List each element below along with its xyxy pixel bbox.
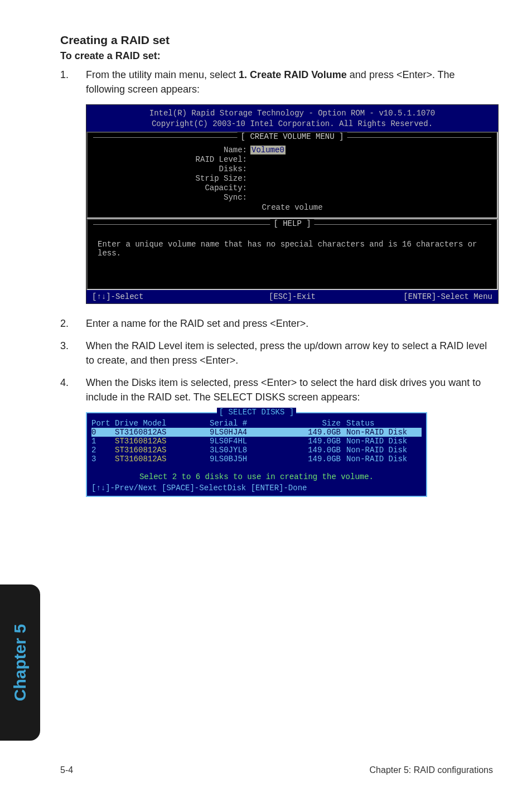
disk-table: Port Drive Model Serial # Size Status 0S… [87, 418, 426, 465]
section-heading: Creating a RAID set [60, 33, 493, 47]
cell-model: ST3160812AS [115, 446, 210, 455]
step-1: 1. From the utility main menu, select 1.… [60, 67, 493, 96]
field-capacity-label: Capacity: [94, 183, 250, 192]
table-row[interactable]: 0ST3160812AS9LS0HJA4149.0GBNon-RAID Disk [91, 428, 422, 437]
cell-status: Non-RAID Disk [346, 428, 422, 437]
create-volume-panel: [ CREATE VOLUME MENU ] Name:Volume0 RAID… [86, 132, 498, 219]
step-text-a: From the utility main menu, select [86, 69, 239, 80]
step-number: 4. [60, 375, 86, 404]
cell-status: Non-RAID Disk [346, 455, 422, 463]
hdr-size: Size [293, 419, 346, 428]
select-note: Select 2 to 6 disks to use in creating t… [87, 465, 426, 484]
hdr-model: Drive Model [115, 419, 210, 428]
table-row[interactable]: 3ST3160812AS9LS0BJ5H149.0GBNon-RAID Disk [91, 455, 422, 463]
chapter-tab: Chapter 5 [0, 584, 40, 741]
help-panel: [ HELP ] Enter a unique volume name that… [86, 219, 498, 290]
step-3: 3. When the RAID Level item is selected,… [60, 339, 493, 368]
field-sync-label: Sync: [94, 193, 250, 202]
step-number: 3. [60, 339, 86, 368]
cell-port: 3 [91, 455, 115, 463]
field-disks-label: Disks: [94, 165, 250, 173]
cell-model: ST3160812AS [115, 455, 210, 463]
help-text: Enter a unique volume name that has no s… [88, 230, 497, 289]
cell-port: 1 [91, 437, 115, 446]
cell-serial: 9LS0BJ5H [210, 455, 293, 463]
cell-size: 149.0GB [293, 437, 346, 446]
step-2: 2. Enter a name for the RAID set and pre… [60, 316, 493, 331]
table-row[interactable]: 1ST3160812AS9LS0F4HL149.0GBNon-RAID Disk [91, 437, 422, 446]
field-name-value[interactable]: Volume0 [250, 146, 286, 154]
section-subheading: To create a RAID set: [60, 50, 493, 62]
step-number: 2. [60, 316, 86, 331]
table-header: Port Drive Model Serial # Size Status [91, 419, 422, 428]
step-text: From the utility main menu, select 1. Cr… [86, 67, 493, 96]
field-raid-level-label: RAID Level: [94, 155, 250, 164]
step-text: Enter a name for the RAID set and press … [86, 316, 493, 331]
create-volume-action[interactable]: Create volume [94, 203, 490, 212]
cell-serial: 9LS0F4HL [210, 437, 293, 446]
bios-footer: [↑↓]-Select [ESC]-Exit [ENTER]-Select Me… [86, 290, 498, 303]
select-disks-title: [ SELECT DISKS ] [217, 408, 296, 417]
cell-status: Non-RAID Disk [346, 446, 422, 455]
field-strip-size-label: Strip Size: [94, 174, 250, 183]
help-title: [ HELP ] [270, 219, 314, 228]
step-bold: 1. Create RAID Volume [239, 69, 347, 80]
create-volume-title: [ CREATE VOLUME MENU ] [238, 132, 347, 141]
bios-title-line1: Intel(R) Rapid Storage Technology - Opti… [92, 108, 492, 119]
bios-create-volume-screen: Intel(R) Rapid Storage Technology - Opti… [86, 104, 499, 304]
footer-exit: [ESC]-Exit [225, 292, 359, 301]
cell-serial: 3LS0JYL8 [210, 446, 293, 455]
cell-size: 149.0GB [293, 428, 346, 437]
cell-serial: 9LS0HJA4 [210, 428, 293, 437]
step-text: When the RAID Level item is selected, pr… [86, 339, 493, 368]
cell-port: 0 [91, 428, 115, 437]
field-name-label: Name: [94, 146, 250, 154]
cell-status: Non-RAID Disk [346, 437, 422, 446]
page-number: 5-4 [60, 765, 94, 775]
hdr-serial: Serial # [210, 419, 293, 428]
cell-model: ST3160812AS [115, 428, 210, 437]
bios-select-disks-screen: [ SELECT DISKS ] Port Drive Model Serial… [86, 412, 427, 497]
step-number: 1. [60, 67, 86, 96]
step-4: 4. When the Disks item is selected, pres… [60, 375, 493, 404]
page-footer: 5-4 Chapter 5: RAID configurations [60, 765, 493, 775]
chapter-tab-label: Chapter 5 [11, 624, 30, 701]
table-row[interactable]: 2ST3160812AS3LS0JYL8149.0GBNon-RAID Disk [91, 446, 422, 455]
footer-title: Chapter 5: RAID configurations [94, 765, 493, 775]
cell-model: ST3160812AS [115, 437, 210, 446]
bios-title-line2: Copyright(C) 2003-10 Intel Corporation. … [92, 119, 492, 129]
hdr-status: Status [346, 419, 422, 428]
bios-header: Intel(R) Rapid Storage Technology - Opti… [86, 105, 498, 132]
cell-size: 149.0GB [293, 455, 346, 463]
select-disks-footer: [↑↓]-Prev/Next [SPACE]-SelectDisk [ENTER… [87, 484, 426, 496]
footer-enter: [ENTER]-Select Menu [359, 292, 492, 301]
cell-size: 149.0GB [293, 446, 346, 455]
hdr-port: Port [91, 419, 115, 428]
step-text: When the Disks item is selected, press <… [86, 375, 493, 404]
cell-port: 2 [91, 446, 115, 455]
footer-select: [↑↓]-Select [92, 292, 225, 301]
